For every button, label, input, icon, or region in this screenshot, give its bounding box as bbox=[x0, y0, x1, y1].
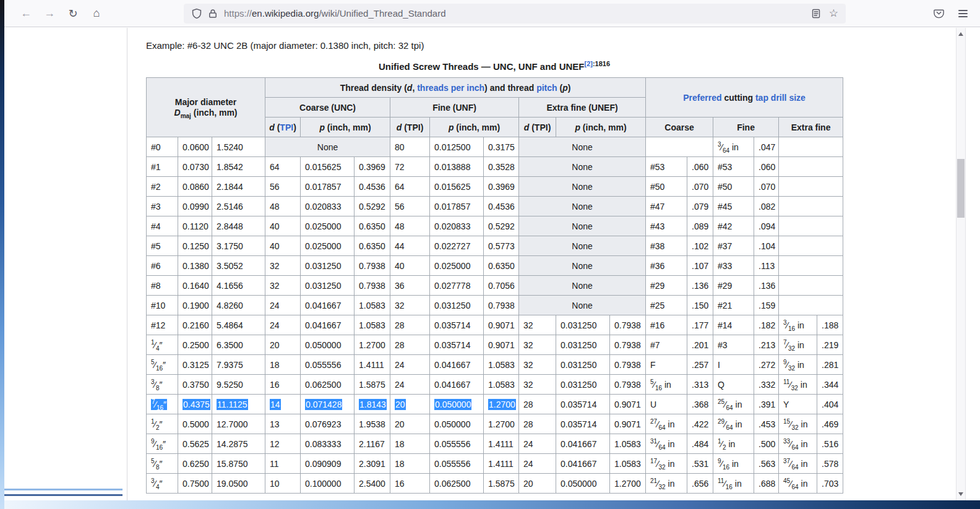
back-button[interactable]: ← bbox=[17, 4, 35, 23]
unef-none-cell-value: None bbox=[572, 202, 592, 212]
coarse-drill-decimal-cell-value: .201 bbox=[692, 340, 708, 350]
unc-pitch-inch-cell: 0.076923 bbox=[301, 414, 355, 434]
vertical-scrollbar[interactable] bbox=[956, 28, 966, 500]
unef-tpi-cell-value: 32 bbox=[523, 360, 533, 370]
fine-drill-cell: #33 bbox=[713, 256, 754, 276]
fine-drill-decimal-cell-value: .094 bbox=[759, 221, 775, 231]
size-cell-value: 5⁄16″ bbox=[151, 360, 166, 370]
coarse-drill-decimal-cell-value: .089 bbox=[692, 221, 708, 231]
extra-fine-drill-decimal-cell: .703 bbox=[817, 474, 843, 494]
home-button[interactable]: ⌂ bbox=[87, 4, 106, 23]
size-cell: 1⁄2″ bbox=[147, 414, 178, 434]
major-mm-cell-value: 19.0500 bbox=[217, 479, 248, 489]
url-scheme: https:// bbox=[224, 8, 252, 19]
reference-link[interactable]: [2] bbox=[584, 60, 592, 67]
url-bar[interactable]: https://en.wikipedia.org/wiki/Unified_Th… bbox=[184, 4, 846, 24]
caption-ref-page: :1816 bbox=[593, 60, 610, 67]
tap-drill-size-link[interactable]: tap drill size bbox=[755, 93, 806, 103]
fine-drill-cell-value: I bbox=[718, 360, 720, 370]
fine-drill-decimal-cell-value: .563 bbox=[759, 459, 775, 469]
unf-tpi-cell: 56 bbox=[390, 197, 430, 216]
unc-pitch-inch-cell: 0.083333 bbox=[301, 434, 355, 454]
bookmark-star-button[interactable]: ☆ bbox=[829, 7, 838, 20]
extra-fine-drill-cell-value: 33⁄64 in bbox=[783, 439, 807, 449]
article-body: Example: #6-32 UNC 2B (major diameter: 0… bbox=[146, 28, 843, 494]
coarse-drill-cell-value: 27⁄64 in bbox=[650, 419, 674, 429]
coarse-drill-cell-value: 21⁄32 in bbox=[650, 479, 674, 489]
unef-pitch-mm-cell: 0.7938 bbox=[610, 375, 646, 395]
fine-drill-cell-value: #37 bbox=[718, 241, 732, 251]
tracking-protection-shield-icon[interactable] bbox=[191, 8, 202, 19]
scroll-up-button[interactable] bbox=[956, 29, 965, 39]
unf-pitch-inch-cell-value: 0.017857 bbox=[434, 202, 470, 212]
table-row: 5⁄16″0.31257.9375180.0555561.4111240.041… bbox=[147, 355, 843, 375]
unc-pitch-inch-cell: 0.100000 bbox=[301, 474, 355, 494]
fine-drill-decimal-cell: .047 bbox=[754, 137, 779, 157]
coarse-drill-cell-value: 17⁄32 in bbox=[650, 459, 674, 469]
unef-none-cell: None bbox=[519, 296, 646, 315]
unf-pitch-inch-cell-value: 0.027778 bbox=[434, 281, 470, 291]
extra-fine-drill-cell-value: 15⁄32 in bbox=[783, 419, 807, 429]
unef-none-cell-value: None bbox=[572, 182, 592, 192]
major-inch-cell-value: 0.0730 bbox=[183, 162, 209, 172]
fine-drill-decimal-cell-value: .453 bbox=[759, 419, 775, 429]
threads-per-inch-link[interactable]: threads per inch bbox=[417, 83, 484, 93]
reload-button[interactable]: ↻ bbox=[64, 4, 82, 23]
lock-icon[interactable] bbox=[208, 9, 218, 19]
unef-tpi-cell: 32 bbox=[519, 375, 556, 395]
coarse-drill-decimal-cell: .107 bbox=[687, 256, 713, 276]
url-text: https://en.wikipedia.org/wiki/Unified_Th… bbox=[224, 8, 803, 19]
unf-pitch-inch-cell-value: 0.025000 bbox=[434, 261, 470, 271]
unf-tpi-cell: 40 bbox=[390, 256, 430, 276]
pocket-save-button[interactable] bbox=[933, 7, 945, 19]
fine-drill-cell-value: #42 bbox=[718, 221, 732, 231]
unef-pitch-inch-cell: 0.031250 bbox=[556, 335, 610, 355]
unc-pitch-inch-cell: 0.062500 bbox=[301, 375, 355, 395]
pitch-link[interactable]: pitch bbox=[536, 83, 557, 93]
unc-pitch-inch-cell-value: 0.017857 bbox=[305, 182, 341, 192]
tpi-link[interactable]: TPI bbox=[280, 122, 293, 132]
extra-fine-drill-decimal-cell: .281 bbox=[817, 355, 843, 375]
major-mm-cell: 3.5052 bbox=[212, 256, 265, 276]
coarse-drill-cell-value: #50 bbox=[650, 182, 664, 192]
background-window-lines bbox=[0, 485, 123, 500]
unc-tpi-cell-value: 40 bbox=[270, 221, 280, 231]
fine-drill-cell-value: #21 bbox=[718, 301, 732, 310]
uts-table: Major diameter Dmaj (inch, mm) Thread de… bbox=[146, 77, 843, 494]
unc-pitch-mm-cell-value: 1.8143 bbox=[359, 399, 387, 410]
scrollbar-thumb[interactable] bbox=[957, 159, 965, 218]
unf-pitch-inch-cell-value: 0.050000 bbox=[434, 399, 471, 410]
table-row: #80.16404.1656320.0312500.7938360.027778… bbox=[147, 276, 843, 296]
scroll-down-button[interactable] bbox=[956, 489, 965, 499]
table-row: 1⁄4″0.25006.3500200.0500001.2700280.0357… bbox=[147, 335, 843, 355]
unc-tpi-cell: 32 bbox=[265, 276, 301, 296]
coarse-drill-decimal-cell: .136 bbox=[687, 276, 713, 296]
extra-fine-drill-decimal-cell-value: .219 bbox=[822, 340, 838, 350]
extra-fine-drill-cell: 15⁄32 in bbox=[779, 414, 817, 434]
table-row: #00.06001.5240None800.0125000.3175None3⁄… bbox=[147, 137, 843, 157]
menu-button[interactable] bbox=[958, 10, 968, 17]
fine-drill-cell: 9⁄16 in bbox=[713, 454, 754, 474]
major-mm-cell: 5.4864 bbox=[212, 315, 265, 335]
unc-pitch-inch-cell: 0.025000 bbox=[301, 236, 355, 256]
table-row: #120.21605.4864240.0416671.0583280.03571… bbox=[147, 315, 843, 335]
coarse-drill-decimal-cell-value: .422 bbox=[692, 419, 708, 429]
major-inch-cell-value: 0.2500 bbox=[183, 340, 209, 350]
unef-tpi-cell: 24 bbox=[519, 454, 556, 474]
extra-fine-drill-cell: 9⁄32 in bbox=[779, 355, 817, 375]
unef-none-cell-value: None bbox=[572, 261, 592, 271]
unf-pitch-mm-cell: 0.7938 bbox=[484, 296, 519, 315]
major-inch-cell: 0.1120 bbox=[178, 216, 212, 236]
preferred-link[interactable]: Preferred bbox=[683, 93, 721, 103]
unef-tpi-cell: 24 bbox=[519, 434, 556, 454]
fine-drill-decimal-cell-value: .213 bbox=[759, 340, 775, 350]
major-inch-cell: 0.3750 bbox=[178, 375, 212, 395]
fine-drill-decimal-cell: .563 bbox=[754, 454, 779, 474]
size-cell-value: 1⁄4″ bbox=[151, 340, 162, 350]
forward-button[interactable]: → bbox=[40, 4, 59, 23]
coarse-drill-cell-value: #7 bbox=[650, 340, 660, 350]
size-cell: #12 bbox=[147, 315, 178, 335]
reader-view-button[interactable] bbox=[810, 8, 822, 19]
page-content: Example: #6-32 UNC 2B (major diameter: 0… bbox=[4, 28, 980, 500]
unc-tpi-cell: 40 bbox=[265, 216, 301, 236]
